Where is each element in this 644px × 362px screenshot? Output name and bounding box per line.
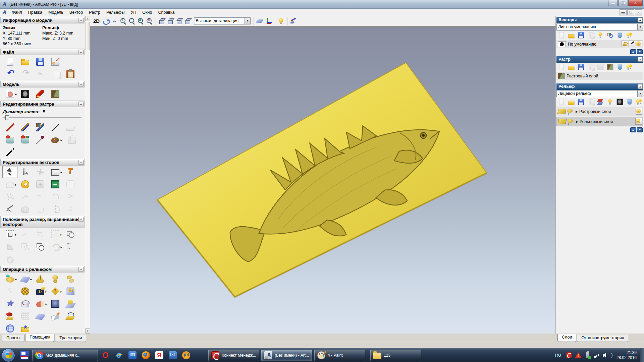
tray-usb-icon[interactable]	[586, 352, 589, 358]
create-rectangle-icon[interactable]: ▸	[48, 166, 63, 178]
menu-file[interactable]: Файл	[9, 9, 25, 15]
palette-icon[interactable]: ▸	[48, 134, 63, 146]
delete-layer-icon[interactable]	[625, 98, 634, 106]
new-model-icon[interactable]	[2, 56, 17, 68]
trim-vectors-icon[interactable]	[2, 203, 17, 215]
copy-icon[interactable]	[48, 68, 63, 80]
distort-icon[interactable]	[63, 178, 78, 190]
toggle-visibility-icon[interactable]	[595, 31, 605, 39]
delete-layer-icon[interactable]	[615, 31, 625, 39]
mdi-minimize-button[interactable]: ▬	[620, 9, 627, 15]
color-flood-fill-icon[interactable]	[17, 134, 33, 146]
rotate-view-icon[interactable]	[102, 17, 110, 25]
smooth-plane-icon[interactable]	[33, 310, 48, 322]
view-along-y-icon[interactable]	[175, 17, 184, 25]
tray-connect-icon[interactable]	[566, 352, 572, 358]
align-vectors-icon[interactable]: ▸	[48, 228, 63, 240]
new-sheet-icon[interactable]	[556, 31, 566, 39]
select-vectors-icon[interactable]	[2, 166, 17, 178]
collapse-icon[interactable]: ▲	[638, 84, 643, 89]
mdi-restore-button[interactable]: ❐	[627, 9, 634, 15]
create-arc-icon[interactable]	[48, 191, 63, 203]
face-wizard-icon[interactable]	[48, 298, 63, 310]
menu-window[interactable]: Окно	[139, 9, 155, 15]
transform-icon[interactable]	[33, 166, 48, 178]
all-visible-icon[interactable]	[625, 31, 634, 39]
zero-plane-icon[interactable]: ▸	[17, 273, 33, 285]
pencil-icon[interactable]	[2, 121, 17, 133]
collapse-icon[interactable]: ▲	[78, 82, 84, 86]
text-on-curve-icon[interactable]	[17, 228, 33, 240]
vector-library-icon[interactable]	[48, 178, 63, 190]
language-indicator[interactable]: RU	[555, 353, 561, 358]
shape-dome-icon[interactable]	[48, 273, 63, 285]
tab-assistant[interactable]: Помощник	[25, 334, 54, 342]
freehand-icon[interactable]	[33, 191, 48, 203]
zoom-in-icon[interactable]: +	[119, 17, 128, 25]
zoom-previous-icon[interactable]: ↺	[137, 17, 145, 25]
move-layer-down-icon[interactable]: ▼	[637, 49, 643, 54]
menu-reliefs[interactable]: Рельефы	[103, 9, 127, 15]
paint-relief-icon[interactable]	[289, 17, 298, 25]
draw-zero-plane-icon[interactable]	[256, 17, 264, 25]
mirror-vectors-icon[interactable]	[48, 203, 63, 215]
import-vectors-icon[interactable]	[586, 31, 595, 39]
relief-preset-dropdown[interactable]: Лицевой рельеф	[556, 90, 638, 97]
color-brush-icon[interactable]	[33, 121, 48, 133]
view-3d-canvas[interactable]	[90, 26, 555, 342]
save-relief-icon[interactable]	[576, 98, 586, 106]
tab-layers[interactable]: Слои	[557, 334, 576, 342]
shape-diamond-icon[interactable]: ▸	[48, 285, 63, 297]
taskbar-floppy-icon[interactable]	[19, 350, 30, 361]
scrollbar-thumb[interactable]	[86, 22, 90, 50]
envelope-icon[interactable]: ▸	[2, 178, 17, 190]
menu-edit[interactable]: Правка	[25, 9, 45, 15]
taskbar-opera-icon[interactable]	[100, 350, 111, 361]
magic-wand-icon[interactable]	[2, 146, 17, 158]
taskbar-maxthon-icon[interactable]	[127, 350, 138, 361]
toggle-lighting-icon[interactable]	[277, 17, 285, 25]
nesting-icon[interactable]	[33, 228, 48, 240]
save-raster-icon[interactable]	[576, 63, 586, 71]
detail-level-dropdown[interactable]: Высокая детализация	[194, 17, 245, 24]
merge-layers-icon[interactable]	[63, 134, 78, 146]
chevron-down-icon[interactable]: ▼	[245, 17, 251, 24]
visibility-bulb-icon[interactable]	[636, 41, 642, 47]
isometric-view-icon[interactable]	[158, 17, 166, 25]
paint-brush-icon[interactable]	[17, 121, 33, 133]
cut-icon[interactable]	[33, 68, 48, 80]
minimize-button[interactable]	[608, 0, 618, 6]
toggle-visibility-icon[interactable]	[605, 98, 615, 106]
move-layer-down-icon[interactable]: ▼	[637, 127, 643, 132]
layer-color-swatch[interactable]	[558, 41, 566, 47]
relief-layer-row[interactable]: ▶ Растровый слой	[556, 107, 643, 116]
weave-wizard-icon[interactable]	[17, 285, 33, 297]
expand-icon[interactable]: ▶	[576, 120, 578, 123]
draw-line-icon[interactable]	[48, 121, 63, 133]
tray-network-icon[interactable]	[594, 352, 600, 358]
save-model-icon[interactable]	[33, 56, 48, 68]
invert-layer-icon[interactable]	[615, 98, 625, 106]
set-preview-icon[interactable]	[605, 63, 615, 71]
zoom-out-icon[interactable]: −	[128, 17, 137, 25]
zoom-objects-icon[interactable]: ×	[145, 17, 154, 25]
open-file-icon[interactable]	[17, 56, 33, 68]
smooth-relief-icon[interactable]: ▸	[2, 273, 17, 285]
create-dots-icon[interactable]	[2, 191, 17, 203]
measure-icon[interactable]	[17, 178, 33, 190]
combine-mode-icon[interactable]	[567, 119, 574, 125]
drape-relief-icon[interactable]	[63, 310, 78, 322]
eraser-icon[interactable]	[63, 121, 78, 133]
collapse-icon[interactable]: ▲	[638, 57, 643, 62]
start-button[interactable]	[2, 349, 15, 362]
export-model-icon[interactable]	[48, 56, 63, 68]
taskbar-yandex-icon[interactable]	[154, 350, 165, 361]
interlock-rings-icon[interactable]	[2, 253, 17, 265]
view-along-x-icon[interactable]	[166, 17, 175, 25]
taskbar-artcam-button[interactable]: (Без имени) - Art...	[261, 350, 312, 361]
menu-toolpaths[interactable]: УП	[127, 9, 139, 15]
chevron-down-icon[interactable]: ▼	[638, 23, 643, 31]
add-node-icon[interactable]	[33, 178, 48, 190]
raster-layer-row[interactable]: Растровый слой	[556, 72, 643, 80]
collapse-icon[interactable]: ▲	[78, 160, 84, 165]
